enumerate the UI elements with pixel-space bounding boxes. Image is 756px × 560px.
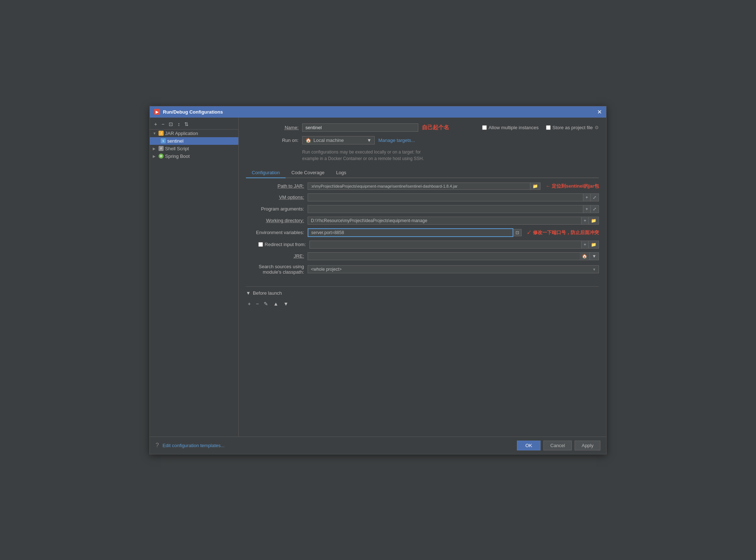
env-vars-row: Environment variables: ⊡ ↙ 修改一下端口号，防止后面冲… — [246, 228, 599, 237]
dropdown-arrow-icon: ▼ — [367, 138, 371, 143]
expand-arrow-spring: ▶ — [153, 154, 157, 158]
vm-options-label: VM options: — [246, 195, 304, 200]
redirect-checkbox[interactable] — [258, 242, 263, 247]
name-input[interactable] — [302, 123, 418, 132]
vm-options-input[interactable] — [308, 193, 583, 201]
redirect-input[interactable] — [309, 241, 582, 249]
main-panel: Name: 自己起个名 Allow multiple instances Sto… — [239, 118, 606, 437]
env-vars-input[interactable] — [308, 228, 513, 237]
env-vars-copy-button[interactable]: ⊡ — [513, 229, 522, 236]
dialog-body: + − ⊡ ↕ ⇅ ▼ J JAR Application s sentinel — [150, 118, 606, 437]
name-row: Name: 自己起个名 — [246, 123, 449, 132]
vm-options-row: VM options: + ⤢ — [246, 193, 599, 201]
allow-multiple-label: Allow multiple instances — [489, 125, 539, 130]
sidebar-toolbar: + − ⊡ ↕ ⇅ — [150, 119, 238, 130]
before-launch-header: ▼ Before launch — [246, 290, 599, 296]
tab-logs[interactable]: Logs — [330, 168, 352, 178]
path-to-jar-browse-button[interactable]: 📁 — [530, 183, 541, 190]
redirect-row: Redirect input from: + 📁 — [246, 241, 599, 249]
before-launch-toolbar: + − ✎ ▲ ▼ — [246, 299, 599, 309]
tab-configuration[interactable]: Configuration — [246, 168, 285, 178]
working-dir-wrapper: + 📁 — [308, 217, 599, 225]
search-sources-wrapper: <whole project> ▼ — [308, 265, 599, 273]
close-button[interactable]: ✕ — [597, 109, 602, 115]
jar-annotation: ← 定位到sentinel的jar包 — [546, 183, 599, 189]
shell-icon: # — [159, 146, 164, 151]
allow-multiple-checkbox[interactable] — [482, 125, 487, 130]
port-annotation: ↙ 修改一下端口号，防止后面冲突 — [527, 229, 599, 236]
redirect-wrapper: + 📁 — [309, 241, 599, 249]
tab-code-coverage[interactable]: Code Coverage — [285, 168, 330, 178]
sentinel-label: sentinel — [167, 138, 184, 144]
name-label: Name: — [246, 125, 299, 130]
working-dir-browse-button[interactable]: 📁 — [589, 217, 599, 225]
spring-icon: ✿ — [159, 154, 164, 159]
allow-multiple-item: Allow multiple instances — [482, 125, 539, 130]
program-args-add-button[interactable]: + — [583, 205, 591, 213]
env-vars-label: Environment variables: — [246, 230, 304, 235]
jre-dropdown-button[interactable]: ▼ — [590, 252, 599, 260]
jar-application-group: ▼ J JAR Application s sentinel — [150, 130, 238, 145]
apply-button[interactable]: Apply — [575, 441, 600, 450]
config-section: Path to JAR: 📁 ← 定位到sentinel的jar包 VM opt… — [246, 183, 599, 275]
path-to-jar-input[interactable] — [308, 183, 530, 190]
spring-boot-group-header[interactable]: ▶ ✿ Spring Boot — [150, 152, 238, 160]
add-config-button[interactable]: + — [153, 120, 159, 128]
search-sources-row: Search sources using module's classpath:… — [246, 264, 599, 275]
local-machine-label: Local machine — [313, 138, 344, 143]
run-debug-dialog: ▶ Run/Debug Configurations ✕ + − ⊡ ↕ ⇅ ▼… — [149, 106, 607, 454]
before-launch-add-button[interactable]: + — [246, 300, 252, 307]
redirect-add-button[interactable]: + — [582, 241, 589, 249]
working-dir-add-button[interactable]: + — [582, 217, 589, 225]
before-launch-edit-button[interactable]: ✎ — [262, 300, 270, 307]
before-launch-section: ▼ Before launch + − ✎ ▲ ▼ — [246, 286, 599, 309]
checkboxes-section: Allow multiple instances Store as projec… — [482, 125, 599, 130]
shell-script-label: Shell Script — [165, 146, 189, 151]
program-args-expand-button[interactable]: ⤢ — [591, 205, 599, 213]
ok-button[interactable]: OK — [517, 441, 541, 450]
search-sources-select[interactable]: <whole project> — [308, 265, 599, 273]
before-launch-up-button[interactable]: ▲ — [271, 300, 280, 307]
vm-options-expand-button[interactable]: ⤢ — [591, 193, 599, 201]
store-project-checkbox[interactable] — [546, 125, 551, 130]
jre-input[interactable] — [308, 252, 580, 260]
edit-templates-link[interactable]: Edit configuration templates... — [163, 443, 225, 448]
app-icon: ▶ — [154, 109, 160, 115]
local-machine-select[interactable]: 🏠 Local machine ▼ — [302, 136, 375, 144]
run-on-row: Run on: 🏠 Local machine ▼ Manage targets… — [246, 136, 599, 144]
spring-boot-group: ▶ ✿ Spring Boot — [150, 152, 238, 160]
store-project-item: Store as project file ⚙ — [546, 125, 599, 130]
help-icon[interactable]: ? — [156, 442, 159, 449]
move-config-button[interactable]: ↕ — [176, 120, 181, 128]
cancel-button[interactable]: Cancel — [543, 441, 572, 450]
description-text: Run configurations may be executed local… — [302, 149, 599, 162]
vm-options-wrapper: + ⤢ — [308, 193, 599, 201]
copy-config-button[interactable]: ⊡ — [167, 120, 174, 128]
expand-arrow-shell: ▶ — [153, 147, 157, 151]
path-to-jar-label: Path to JAR: — [246, 183, 304, 189]
sentinel-icon: s — [161, 138, 166, 143]
search-sources-label: Search sources using module's classpath: — [246, 264, 304, 275]
gear-icon: ⚙ — [595, 125, 599, 130]
jre-wrapper: 🏠 ▼ — [308, 252, 599, 260]
spring-boot-label: Spring Boot — [165, 154, 190, 159]
redirect-browse-button[interactable]: 📁 — [589, 241, 599, 249]
working-dir-label: Working directory: — [246, 218, 304, 223]
jre-navigate-button[interactable]: 🏠 — [580, 252, 590, 260]
shell-script-group-header[interactable]: ▶ # Shell Script — [150, 145, 238, 152]
tabs-row: Configuration Code Coverage Logs — [246, 168, 599, 178]
sort-config-button[interactable]: ⇅ — [183, 120, 190, 128]
vm-options-add-button[interactable]: + — [583, 193, 591, 201]
jar-application-group-header[interactable]: ▼ J JAR Application — [150, 130, 238, 137]
before-launch-label: Before launch — [253, 290, 282, 296]
program-args-input[interactable] — [308, 205, 583, 213]
sentinel-item[interactable]: s sentinel — [150, 137, 238, 145]
before-launch-remove-button[interactable]: − — [254, 300, 260, 307]
redirect-label: Redirect input from: — [265, 242, 306, 247]
before-launch-down-button[interactable]: ▼ — [282, 300, 290, 307]
jar-application-label: JAR Application — [165, 131, 198, 136]
remove-config-button[interactable]: − — [160, 120, 166, 128]
collapse-arrow-icon: ▼ — [246, 290, 251, 296]
manage-targets-link[interactable]: Manage targets... — [378, 138, 415, 143]
working-dir-input[interactable] — [308, 217, 582, 225]
